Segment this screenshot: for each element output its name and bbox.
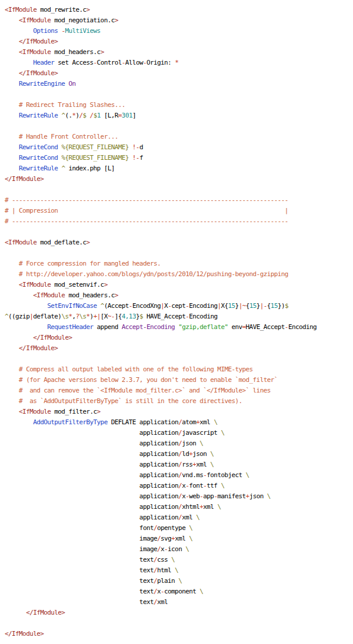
code-token: json <box>182 440 199 447</box>
code-token: RewriteRule <box>19 112 58 119</box>
code-token <box>5 344 19 352</box>
code-token: ld <box>182 450 189 458</box>
code-token: # (for Apache versions below 2.3.7, you … <box>19 376 278 384</box>
code-token: > <box>97 408 101 415</box>
code-token <box>5 545 139 553</box>
code-line: RequestHeader append Accept-Encoding "gz… <box>5 322 353 333</box>
code-token: ] <box>132 112 136 119</box>
code-line: text/x-component \ <box>5 586 353 597</box>
code-token: RewriteEngine <box>19 80 65 88</box>
code-line: RewriteRule ^ index.php [L] <box>5 163 353 174</box>
code-token: image <box>139 535 157 542</box>
code-token <box>5 440 139 447</box>
code-token: font <box>139 524 154 532</box>
code-token: append <box>94 323 122 331</box>
code-token <box>5 80 19 88</box>
code-token: fontobject <box>207 471 245 479</box>
code-token: # as `AddOutputFilterByType` is still in… <box>19 397 242 405</box>
code-token: xml <box>196 461 210 468</box>
code-line: application/rss+xml \ <box>5 459 353 470</box>
code-token <box>5 16 19 24</box>
code-token: image <box>139 545 157 553</box>
code-line: # as `AddOutputFilterByType` is still in… <box>5 396 353 407</box>
code-token: <IfModule <box>19 48 51 56</box>
code-token: mod_headers.c <box>51 48 100 56</box>
code-token: xml <box>182 514 196 521</box>
code-line: application/x-web-app-manifest+json \ <box>5 491 353 502</box>
code-token: xml <box>203 503 217 511</box>
code-token: \ <box>217 503 221 511</box>
code-token: X{ <box>221 302 228 310</box>
code-token: Encoding <box>189 302 217 310</box>
code-token <box>5 27 33 35</box>
code-token: text <box>139 598 154 606</box>
code-line <box>5 618 353 629</box>
code-token <box>5 471 139 479</box>
code-token: component <box>164 588 199 595</box>
code-token <box>5 408 19 415</box>
code-token: > <box>101 48 104 56</box>
code-token: \ <box>199 588 203 595</box>
code-token <box>5 260 19 267</box>
code-token: </IfModule> <box>19 38 58 45</box>
code-token <box>5 492 139 500</box>
code-token: rss <box>182 461 192 468</box>
code-line: # Force compression for mangled headers. <box>5 259 353 269</box>
code-line: Header set Access-Control-Allow-Origin: … <box>5 58 353 68</box>
code-line: application/json \ <box>5 438 353 449</box>
code-token: opentype <box>157 524 189 532</box>
code-token: %{REQUEST_FILENAME} <box>61 154 128 162</box>
code-line: Options -MultiViews <box>5 26 353 36</box>
code-token: # Redirect Trailing Slashes... <box>19 101 125 109</box>
code-token: </IfModule> <box>19 69 58 77</box>
code-line: <IfModule mod_deflate.c> <box>5 237 353 248</box>
code-token: !- <box>132 143 139 151</box>
code-token: plain <box>157 577 178 585</box>
code-line: # Handle Front Controller... <box>5 132 353 142</box>
code-line <box>5 227 353 237</box>
code-token: f <box>139 154 143 162</box>
code-token: # Compress all output labeled with one o… <box>19 365 253 373</box>
code-token: AddOutputFilterByType <box>33 418 107 426</box>
code-token: # http://developer.yahoo.com/blogs/ydn/p… <box>19 270 288 278</box>
code-token <box>5 165 19 172</box>
code-line: application/vnd.ms-fontobject \ <box>5 470 353 481</box>
code-token: }) <box>278 302 285 310</box>
code-token: Accept-Encoding <box>122 323 175 331</box>
code-token: application <box>139 429 178 437</box>
code-token <box>5 112 19 119</box>
code-token: # Force compression for mangled headers. <box>19 260 161 267</box>
code-token: DEFLATE application <box>108 418 178 426</box>
code-token: On <box>68 80 75 88</box>
code-token: css <box>157 556 171 564</box>
code-line: AddOutputFilterByType DEFLATE applicatio… <box>5 417 353 428</box>
code-token: # and can remove the `<IfModule mod_filt… <box>19 387 271 394</box>
code-token: RewriteRule <box>19 165 58 172</box>
code-token <box>5 577 139 585</box>
code-token: > <box>115 16 118 24</box>
code-token: mod_negotiation.c <box>51 16 114 24</box>
code-token: d <box>139 143 143 151</box>
code-token <box>5 48 19 56</box>
code-token: # --------------------------------------… <box>5 217 288 225</box>
code-token: 4,13 <box>122 313 136 320</box>
code-line: RewriteRule ^(.*)/$ /$1 [L,R=301] <box>5 110 353 121</box>
code-token: xhtml <box>182 503 199 511</box>
code-line: <IfModule mod_headers.c> <box>5 47 353 58</box>
code-token <box>5 524 139 532</box>
code-token: <IfModule <box>19 408 51 415</box>
code-token: \ <box>189 524 192 532</box>
code-token <box>5 535 139 542</box>
code-token: \ <box>185 545 189 553</box>
code-token <box>5 270 19 278</box>
code-token: EncodXng <box>132 302 161 310</box>
code-token: manifest <box>217 492 245 500</box>
code-token <box>5 291 33 299</box>
code-token: mod_deflate.c <box>36 239 86 246</box>
code-line: image/x-icon \ <box>5 544 353 555</box>
code-token: 301 <box>122 112 132 119</box>
code-token: \ <box>178 577 182 585</box>
code-token <box>5 38 19 45</box>
code-token: RewriteCond <box>19 154 58 162</box>
code-line: </IfModule> <box>5 608 353 618</box>
